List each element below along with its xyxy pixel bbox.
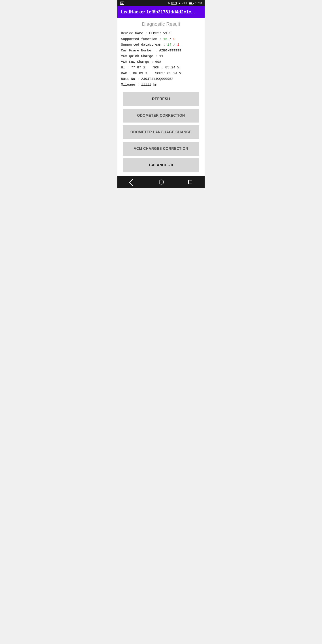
status-right: ⊕ LTE ▲ 79% 13:58 — [168, 2, 202, 5]
supported-function-red: 0 — [173, 37, 175, 41]
bluetooth-icon: ⊕ — [168, 2, 170, 5]
supported-function-sep: / — [167, 37, 173, 41]
supported-datastream-label: Supported datastream : — [121, 43, 167, 47]
status-left: ▣ — [120, 2, 124, 5]
supported-function-row: Supported function : 15 / 0 — [121, 36, 201, 42]
soh-value: SOH : 85.24 % — [153, 66, 179, 70]
batt-no: Batt No : 230JT114CQ000952 — [121, 76, 201, 82]
supported-datastream-red: 1 — [177, 43, 179, 47]
vcm-quick-charge: VCM Quick Charge : 11 — [121, 54, 201, 59]
odometer-correction-button[interactable]: ODOMETER CORRECTION — [123, 109, 199, 122]
time: 13:58 — [195, 2, 202, 5]
buttons-container: REFRESH ODOMETER CORRECTION ODOMETER LAN… — [121, 92, 201, 172]
hx-soh-row: Hx : 77.87 % SOH : 85.24 % — [121, 65, 201, 71]
car-frame-label: Car Frame Number : — [121, 49, 159, 52]
soh2-value: SOH2: 85.24 % — [155, 72, 181, 75]
mileage: Mileage : 11111 km — [121, 82, 201, 88]
photo-icon: ▣ — [120, 2, 124, 5]
hx-value: Hx : 77.87 % — [121, 66, 145, 70]
nav-bar — [118, 176, 204, 188]
supported-datastream-sep: / — [171, 43, 177, 47]
status-bar: ▣ ⊕ LTE ▲ 79% 13:58 — [118, 0, 204, 6]
odometer-language-change-button[interactable]: ODOMETER LANGUAGE CHANGE — [123, 125, 199, 139]
main-content: Diagnostic Result Device Name : ELM327 v… — [118, 18, 204, 176]
home-button[interactable] — [159, 180, 164, 184]
recents-button[interactable] — [188, 180, 192, 184]
supported-function-green: 15 — [163, 37, 167, 41]
bar-soh2-row: BAR : 86.89 % SOH2: 85.24 % — [121, 71, 201, 76]
car-frame-value: AZE0-999999 — [159, 49, 181, 52]
bar-value: BAR : 86.89 % — [121, 72, 147, 75]
supported-datastream-green: 14 — [167, 43, 171, 47]
lte-icon: LTE — [171, 2, 177, 5]
vcm-low-charge: VCM Low Charge : 698 — [121, 59, 201, 65]
battery-percent: 79% — [182, 2, 188, 5]
battery-icon — [189, 2, 194, 4]
refresh-button[interactable]: REFRESH — [123, 92, 199, 106]
vcm-charges-correction-button[interactable]: VCM CHARGES CORRECTION — [123, 142, 199, 156]
car-frame-row: Car Frame Number : AZE0-999999 — [121, 48, 201, 54]
app-title: LeafHacker 1ef8b31781dd4d2c1c... — [121, 10, 195, 14]
signal-icon: ▲ — [178, 2, 181, 5]
diagnostic-info: Device Name : ELM327 v1.5 Supported func… — [121, 31, 201, 88]
app-bar: LeafHacker 1ef8b31781dd4d2c1c... — [118, 6, 204, 18]
device-name: Device Name : ELM327 v1.5 — [121, 31, 201, 36]
page-title: Diagnostic Result — [121, 21, 201, 27]
supported-function-label: Supported function : — [121, 37, 163, 41]
back-button[interactable] — [130, 180, 134, 184]
balance-button[interactable]: BALANCE - 0 — [123, 158, 199, 172]
supported-datastream-row: Supported datastream : 14 / 1 — [121, 42, 201, 48]
